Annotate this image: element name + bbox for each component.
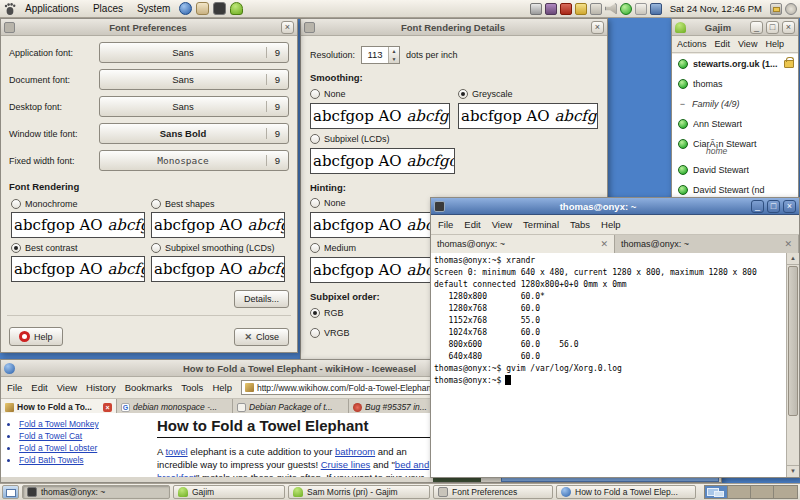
- smoothing-subpixel-option[interactable]: Subpixel (LCDs): [310, 134, 598, 144]
- close-button[interactable]: ✕Close: [234, 328, 289, 346]
- roster-contact-row[interactable]: thomas: [672, 74, 798, 94]
- browser-menu-bookmarks[interactable]: Bookmarks: [125, 382, 173, 393]
- workspace-2[interactable]: [728, 486, 751, 498]
- font-picker-button[interactable]: Sans9: [99, 42, 289, 63]
- radio-icon[interactable]: [11, 243, 21, 253]
- resolution-value[interactable]: 113: [362, 47, 388, 63]
- terminal-titlebar[interactable]: thomas@onyx: ~ _ □ ×: [431, 198, 799, 215]
- network-icon[interactable]: [650, 3, 662, 15]
- radio-icon[interactable]: [310, 308, 320, 318]
- inline-link[interactable]: towel: [165, 446, 187, 457]
- gnome-foot-icon[interactable]: [3, 2, 17, 16]
- spinner-up-icon[interactable]: ▲: [389, 47, 399, 55]
- radio-icon[interactable]: [151, 199, 161, 209]
- url-text[interactable]: http://www.wikihow.com/Fold-a-Towel-Elep…: [257, 383, 434, 393]
- update-icon[interactable]: [560, 3, 572, 15]
- vertical-scrollbar[interactable]: ▲ ▼: [786, 253, 799, 477]
- terminal-menu-help[interactable]: Help: [601, 219, 621, 230]
- monochrome-option[interactable]: Monochrome: [11, 199, 145, 209]
- task-button-terminal[interactable]: thomas@onyx: ~: [22, 485, 170, 499]
- terminal-launcher-icon[interactable]: [213, 2, 226, 15]
- menu-applications[interactable]: Applications: [19, 2, 85, 15]
- close-icon[interactable]: ×: [783, 200, 796, 213]
- browser-menu-file[interactable]: File: [7, 382, 22, 393]
- tab-close-icon[interactable]: ✕: [600, 239, 608, 249]
- show-desktop-icon[interactable]: [2, 485, 19, 499]
- lock-screen-icon[interactable]: [770, 3, 782, 15]
- radio-icon[interactable]: [310, 328, 320, 338]
- font-picker-button[interactable]: Monospace9: [99, 150, 289, 171]
- terminal-menu-file[interactable]: File: [438, 219, 453, 230]
- help-button[interactable]: Help: [9, 327, 63, 346]
- subpixel-smoothing-option[interactable]: Subpixel smoothing (LCDs): [151, 243, 285, 253]
- font-picker-button[interactable]: Sans9: [99, 69, 289, 90]
- tab-close-icon[interactable]: ✕: [784, 239, 792, 249]
- close-icon[interactable]: ×: [281, 21, 294, 34]
- task-button-font-preferences[interactable]: Font Preferences: [433, 485, 553, 499]
- printer-icon[interactable]: [530, 3, 542, 15]
- package-icon[interactable]: [545, 3, 557, 15]
- inline-link[interactable]: Cruise lines: [321, 459, 371, 470]
- menu-places[interactable]: Places: [87, 2, 129, 15]
- note-icon[interactable]: [575, 3, 587, 15]
- gajim-menu-view[interactable]: View: [738, 39, 757, 49]
- details-titlebar[interactable]: Font Rendering Details ×: [301, 19, 607, 36]
- smoothing-none-option[interactable]: None: [310, 89, 450, 99]
- smoothing-greyscale-option[interactable]: Greyscale: [458, 89, 598, 99]
- roster-contact-row[interactable]: David Stewart: [672, 160, 798, 180]
- inline-link[interactable]: bathroom: [335, 446, 375, 457]
- details-button[interactable]: Details...: [234, 290, 289, 308]
- task-button-browser[interactable]: How to Fold a Towel Elep...: [556, 485, 696, 499]
- terminal-menu-tabs[interactable]: Tabs: [570, 219, 590, 230]
- gajim-menu-help[interactable]: Help: [765, 39, 784, 49]
- scroll-up-icon[interactable]: ▲: [787, 253, 799, 265]
- related-link[interactable]: Fold a Towel Monkey: [19, 419, 99, 429]
- browser-menu-view[interactable]: View: [57, 382, 77, 393]
- radio-icon[interactable]: [151, 243, 161, 253]
- resolution-spinner[interactable]: 113 ▲▼: [361, 46, 400, 64]
- scrollbar-thumb[interactable]: [788, 266, 798, 416]
- radio-icon[interactable]: [458, 89, 468, 99]
- gajim-titlebar[interactable]: Gajim _ □ ×: [672, 19, 798, 36]
- browser-menu-help[interactable]: Help: [212, 382, 232, 393]
- minimize-icon[interactable]: _: [751, 200, 764, 213]
- collapse-icon[interactable]: −: [678, 99, 687, 109]
- best-shapes-option[interactable]: Best shapes: [151, 199, 285, 209]
- radio-icon[interactable]: [310, 243, 320, 253]
- task-button-gajim[interactable]: Gajim: [173, 485, 285, 499]
- clipboard-icon[interactable]: [635, 3, 647, 15]
- font-picker-button[interactable]: Sans9: [99, 96, 289, 117]
- related-link[interactable]: Fold a Towel Cat: [19, 431, 82, 441]
- close-icon[interactable]: ×: [782, 21, 795, 34]
- font-picker-button[interactable]: Sans Bold9: [99, 123, 289, 144]
- workspace-4[interactable]: [774, 486, 797, 498]
- web-browser-launcher-icon[interactable]: [179, 2, 192, 15]
- gajim-menu-actions[interactable]: Actions: [677, 39, 707, 49]
- browser-menu-edit[interactable]: Edit: [31, 382, 47, 393]
- radio-icon[interactable]: [310, 89, 320, 99]
- workspace-3[interactable]: [751, 486, 774, 498]
- terminal-menu-terminal[interactable]: Terminal: [523, 219, 559, 230]
- workspace-1[interactable]: [705, 486, 728, 498]
- terminal-menu-edit[interactable]: Edit: [464, 219, 480, 230]
- related-link[interactable]: Fold Bath Towels: [19, 455, 84, 465]
- user-launcher-icon[interactable]: [230, 2, 243, 15]
- terminal-screen[interactable]: thomas@onyx:~$ xrandr Screen 0: minimum …: [431, 253, 799, 477]
- terminal-tab[interactable]: thomas@onyx: ~✕: [431, 235, 615, 253]
- maximize-icon[interactable]: □: [766, 21, 779, 34]
- radio-icon[interactable]: [11, 199, 21, 209]
- close-icon[interactable]: ×: [591, 21, 604, 34]
- power-plug-icon[interactable]: [590, 3, 602, 15]
- radio-icon[interactable]: [310, 198, 320, 208]
- spinner-down-icon[interactable]: ▼: [389, 55, 399, 63]
- maximize-icon[interactable]: □: [767, 200, 780, 213]
- tab-close-icon[interactable]: ×: [103, 403, 112, 412]
- radio-icon[interactable]: [310, 134, 320, 144]
- gajim-status-icon[interactable]: [620, 3, 632, 15]
- minimize-icon[interactable]: _: [750, 21, 763, 34]
- home-launcher-icon[interactable]: [196, 2, 209, 15]
- roster-account-row[interactable]: stewarts.org.uk (1...: [672, 54, 798, 74]
- browser-menu-history[interactable]: History: [86, 382, 116, 393]
- related-link[interactable]: Fold a Towel Lobster: [19, 443, 97, 453]
- workspace-switcher[interactable]: [704, 485, 798, 499]
